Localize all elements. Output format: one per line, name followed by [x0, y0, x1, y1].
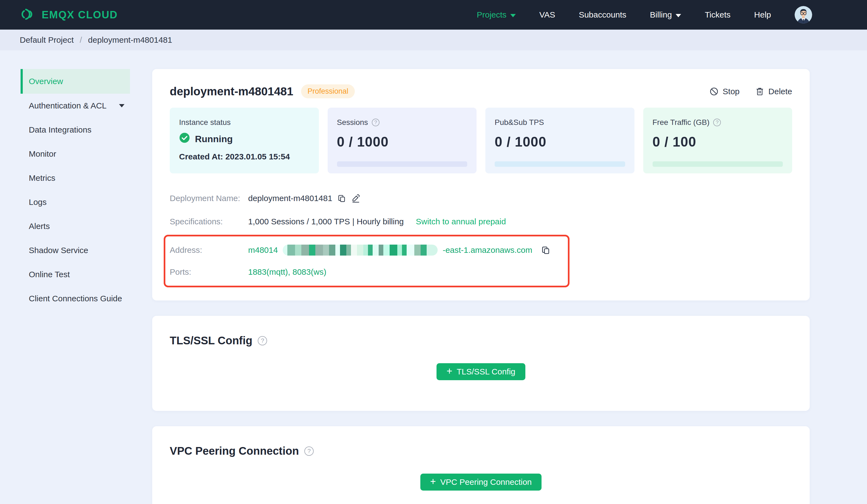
sidebar-item-data-integrations[interactable]: Data Integrations [21, 118, 130, 142]
plus-icon: + [430, 476, 436, 486]
tps-progress-bar [495, 161, 625, 167]
delete-button[interactable]: Delete [756, 87, 792, 96]
ports-label: Ports: [170, 267, 248, 277]
address-row: Address: m48014 -east-1.amazonaws.com [170, 239, 568, 261]
breadcrumb-project[interactable]: Default Project [20, 35, 74, 45]
breadcrumb-separator: / [80, 35, 82, 45]
specifications-value: 1,000 Sessions / 1,000 TPS | Hourly bill… [248, 217, 404, 226]
chevron-down-icon [676, 14, 681, 17]
specifications-label: Specifications: [170, 217, 248, 226]
stat-card-instance-status: Instance status Running Created At: 2023… [170, 108, 319, 173]
user-avatar[interactable] [795, 6, 812, 24]
sidebar-item-online-test[interactable]: Online Test [21, 262, 130, 286]
sidebar-item-logs[interactable]: Logs [21, 190, 130, 214]
instance-created-at: Created At: 2023.01.05 15:54 [179, 152, 310, 161]
stat-card-sessions: Sessions ? 0 / 1000 [328, 108, 477, 173]
nav-item-projects[interactable]: Projects [477, 10, 516, 20]
deployment-name-value: deployment-m4801481 [248, 194, 332, 203]
address-suffix: -east-1.amazonaws.com [442, 245, 532, 255]
copy-icon[interactable] [541, 245, 550, 255]
help-icon[interactable]: ? [258, 336, 267, 346]
nav-item-subaccounts[interactable]: Subaccounts [579, 10, 626, 20]
sidebar-item-monitor[interactable]: Monitor [21, 142, 130, 166]
deployment-overview-card: deployment-m4801481 Professional Stop [152, 69, 810, 300]
address-redaction-mosaic [283, 244, 438, 255]
stats-row: Instance status Running Created At: 2023… [170, 108, 792, 173]
vpc-peering-card: VPC Peering Connection ? + VPC Peering C… [152, 426, 810, 504]
sessions-value: 0 / 1000 [337, 134, 468, 150]
emqx-logo-icon [20, 8, 36, 22]
stat-card-pubsub-tps: Pub&Sub TPS 0 / 1000 [485, 108, 634, 173]
nav-item-tickets[interactable]: Tickets [705, 10, 730, 20]
annotation-highlight-box: Address: m48014 -east-1.amazonaws.com [164, 235, 569, 287]
nav-item-vas[interactable]: VAS [539, 10, 555, 20]
help-icon[interactable]: ? [713, 119, 721, 126]
nav-item-help[interactable]: Help [754, 10, 771, 20]
nav-menu: Projects VAS Subaccounts Billing Tickets… [477, 6, 812, 24]
check-circle-icon [179, 132, 190, 145]
specifications-row: Specifications: 1,000 Sessions / 1,000 T… [170, 210, 792, 233]
brand-name: EMQX CLOUD [42, 9, 118, 21]
deployment-name-row: Deployment Name: deployment-m4801481 [170, 187, 792, 210]
stop-button[interactable]: Stop [709, 87, 740, 96]
nav-item-billing[interactable]: Billing [650, 10, 681, 20]
breadcrumb: Default Project / deployment-m4801481 [0, 30, 867, 51]
tls-ssl-config-card: TLS/SSL Config ? + TLS/SSL Config [152, 316, 810, 411]
chevron-down-icon [510, 14, 516, 17]
traffic-progress-bar [653, 161, 783, 167]
stat-card-free-traffic: Free Traffic (GB) ? 0 / 100 [643, 108, 792, 173]
page-title: deployment-m4801481 [170, 85, 293, 98]
trash-icon [756, 87, 764, 96]
instance-status-value: Running [195, 134, 233, 144]
sidebar-item-client-connections-guide[interactable]: Client Connections Guide [21, 286, 130, 311]
sidebar-item-shadow-service[interactable]: Shadow Service [21, 238, 130, 262]
add-vpc-peering-button[interactable]: + VPC Peering Connection [420, 474, 542, 491]
brand-logo[interactable]: EMQX CLOUD [20, 8, 118, 22]
plan-badge: Professional [301, 84, 355, 98]
add-tls-ssl-config-button[interactable]: + TLS/SSL Config [437, 363, 525, 380]
stop-icon [709, 87, 719, 96]
sidebar: Overview Authentication & ACL Data Integ… [0, 51, 152, 311]
copy-icon[interactable] [337, 194, 346, 203]
sessions-progress-bar [337, 161, 468, 167]
sidebar-item-authentication-acl[interactable]: Authentication & ACL [21, 94, 130, 118]
chevron-down-icon [119, 104, 125, 107]
edit-icon[interactable] [351, 194, 360, 203]
traffic-value: 0 / 100 [653, 134, 783, 150]
deployment-name-label: Deployment Name: [170, 194, 248, 203]
sidebar-item-metrics[interactable]: Metrics [21, 166, 130, 190]
breadcrumb-deployment: deployment-m4801481 [88, 35, 172, 45]
switch-annual-prepaid-link[interactable]: Switch to annual prepaid [416, 217, 506, 226]
vpc-section-title: VPC Peering Connection [170, 445, 299, 457]
address-label: Address: [170, 245, 248, 255]
help-icon[interactable]: ? [372, 119, 379, 126]
top-navbar: EMQX CLOUD Projects VAS Subaccounts Bill… [0, 0, 867, 30]
ports-value: 1883(mqtt), 8083(ws) [248, 267, 326, 277]
help-icon[interactable]: ? [304, 447, 314, 456]
address-prefix: m48014 [248, 245, 278, 255]
deployment-details: Deployment Name: deployment-m4801481 [170, 187, 792, 287]
plus-icon: + [446, 366, 452, 376]
tls-section-title: TLS/SSL Config [170, 335, 252, 347]
ports-row: Ports: 1883(mqtt), 8083(ws) [170, 261, 568, 283]
sidebar-item-overview[interactable]: Overview [21, 69, 130, 94]
sidebar-item-alerts[interactable]: Alerts [21, 214, 130, 238]
tps-value: 0 / 1000 [495, 134, 625, 150]
